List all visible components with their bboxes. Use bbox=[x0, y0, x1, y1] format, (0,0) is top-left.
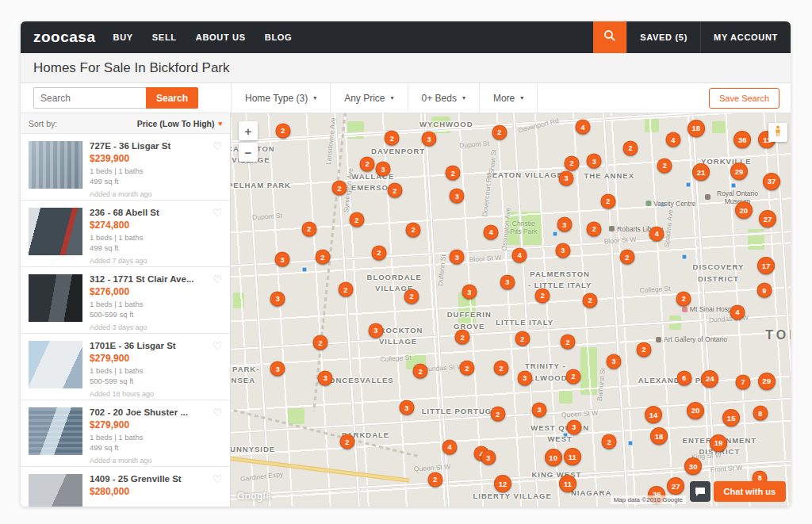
map-cluster-marker[interactable]: 2 bbox=[372, 245, 387, 260]
map[interactable]: + − Google Map data ©2016 Google Chat wi… bbox=[231, 113, 791, 507]
map-cluster-marker[interactable]: 24 bbox=[701, 370, 718, 388]
map-cluster-marker[interactable]: 2 bbox=[564, 155, 579, 170]
favorite-heart-icon[interactable]: ♡ bbox=[213, 341, 222, 351]
map-cluster-marker[interactable]: 37 bbox=[763, 173, 780, 190]
nav-search-button[interactable] bbox=[593, 21, 626, 53]
map-cluster-marker[interactable]: 20 bbox=[687, 402, 704, 419]
map-cluster-marker[interactable]: 3 bbox=[368, 323, 383, 338]
map-cluster-marker[interactable]: 2 bbox=[406, 222, 421, 237]
listing-card[interactable]: 236 - 68 Abell St ♡ $274,800 1 beds | 1 … bbox=[21, 201, 230, 267]
map-cluster-marker[interactable]: 2 bbox=[413, 364, 428, 379]
map-cluster-marker[interactable]: 21 bbox=[692, 163, 710, 181]
map-cluster-marker[interactable]: 2 bbox=[623, 140, 638, 155]
map-cluster-marker[interactable]: 2 bbox=[676, 291, 691, 306]
map-cluster-marker[interactable]: 15 bbox=[722, 409, 740, 426]
listing-card[interactable]: 1409 - 25 Grenville St ♡ $280,000 bbox=[21, 467, 230, 507]
map-cluster-marker[interactable]: 29 bbox=[730, 163, 748, 180]
map-cluster-marker[interactable]: 2 bbox=[566, 369, 581, 384]
map-cluster-marker[interactable]: 2 bbox=[275, 123, 290, 138]
map-cluster-marker[interactable]: 2 bbox=[459, 361, 474, 376]
map-cluster-marker[interactable]: 36 bbox=[733, 131, 751, 148]
filter-home-type[interactable]: Home Type (3) ▾ bbox=[231, 83, 330, 113]
map-cluster-marker[interactable]: 3 bbox=[558, 170, 573, 186]
map-cluster-marker[interactable]: 2 bbox=[535, 288, 550, 303]
map-cluster-marker[interactable]: 3 bbox=[462, 285, 477, 300]
map-cluster-marker[interactable]: 3 bbox=[376, 162, 391, 177]
map-cluster-marker[interactable]: 18 bbox=[688, 120, 705, 137]
map-cluster-marker[interactable]: 2 bbox=[602, 434, 617, 449]
map-cluster-marker[interactable]: 11 bbox=[564, 448, 581, 465]
map-cluster-marker[interactable]: 17 bbox=[757, 257, 775, 274]
map-cluster-marker[interactable]: 2 bbox=[315, 250, 330, 265]
map-cluster-marker[interactable]: 2 bbox=[301, 221, 316, 236]
map-cluster-marker[interactable]: 2 bbox=[587, 221, 602, 236]
map-cluster-marker[interactable]: 2 bbox=[338, 282, 353, 297]
map-cluster-marker[interactable]: 2 bbox=[427, 472, 442, 487]
nav-item-sell[interactable]: SELL bbox=[152, 33, 177, 42]
map-cluster-marker[interactable]: 2 bbox=[349, 212, 364, 228]
map-cluster-marker[interactable]: 4 bbox=[512, 247, 527, 262]
map-cluster-marker[interactable]: 3 bbox=[517, 370, 532, 385]
map-cluster-marker[interactable]: 4 bbox=[730, 304, 745, 319]
filter-beds[interactable]: 0+ Beds ▾ bbox=[408, 83, 479, 113]
map-cluster-marker[interactable]: 4 bbox=[665, 132, 680, 147]
map-cluster-marker[interactable]: 4 bbox=[576, 120, 591, 135]
chat-with-us-button[interactable]: Chat with us bbox=[714, 481, 786, 502]
favorite-heart-icon[interactable]: ♡ bbox=[213, 274, 222, 285]
favorite-heart-icon[interactable]: ♡ bbox=[213, 474, 222, 484]
map-cluster-marker[interactable]: 4 bbox=[649, 226, 665, 241]
map-cluster-marker[interactable]: 3 bbox=[270, 291, 285, 306]
map-cluster-marker[interactable]: 3 bbox=[557, 217, 572, 232]
nav-saved-button[interactable]: SAVED (5) bbox=[626, 21, 700, 53]
map-cluster-marker[interactable]: 3 bbox=[399, 400, 414, 415]
zoocasa-logo[interactable]: zoocasa bbox=[21, 29, 113, 46]
map-cluster-marker[interactable]: 27 bbox=[667, 477, 684, 495]
map-cluster-marker[interactable]: 3 bbox=[500, 274, 515, 289]
sort-value-dropdown[interactable]: Price (Low To High) ▾ bbox=[137, 119, 222, 128]
map-cluster-marker[interactable]: 2 bbox=[515, 331, 530, 346]
listing-card[interactable]: 727E - 36 Lisgar St ♡ $239,900 1 beds | … bbox=[21, 134, 230, 201]
map-cluster-marker[interactable]: 9 bbox=[756, 283, 772, 298]
pegman-control[interactable] bbox=[768, 123, 787, 142]
map-cluster-marker[interactable]: 8 bbox=[753, 406, 768, 421]
map-cluster-marker[interactable]: 10 bbox=[545, 449, 562, 466]
map-cluster-marker[interactable]: 19 bbox=[710, 434, 727, 452]
map-cluster-marker[interactable]: 2 bbox=[446, 166, 461, 181]
map-cluster-marker[interactable]: 2 bbox=[312, 335, 327, 350]
map-cluster-marker[interactable]: 6 bbox=[676, 370, 691, 385]
map-cluster-marker[interactable]: 2 bbox=[404, 289, 419, 304]
map-cluster-marker[interactable]: 2 bbox=[492, 124, 507, 140]
map-cluster-marker[interactable]: 2 bbox=[561, 335, 576, 350]
map-cluster-marker[interactable]: 4 bbox=[484, 224, 499, 239]
map-cluster-marker[interactable]: 2 bbox=[490, 407, 505, 422]
chat-bubble-icon[interactable] bbox=[690, 481, 710, 502]
map-cluster-marker[interactable]: 3 bbox=[606, 354, 621, 369]
map-cluster-marker[interactable]: 2 bbox=[657, 158, 672, 173]
map-cluster-marker[interactable]: 3 bbox=[450, 250, 465, 265]
map-cluster-marker[interactable]: 27 bbox=[759, 210, 776, 228]
map-cluster-marker[interactable]: 7 bbox=[735, 374, 750, 389]
listing-card[interactable]: 1701E - 36 Lisgar St ♡ $279,900 1 beds |… bbox=[21, 334, 230, 400]
map-cluster-marker[interactable]: 2 bbox=[360, 156, 375, 171]
map-cluster-marker[interactable]: 20 bbox=[735, 201, 753, 219]
map-cluster-marker[interactable]: 29 bbox=[758, 373, 776, 390]
listing-card[interactable]: 702 - 20 Joe Shuster ... ♡ $279,900 1 be… bbox=[21, 400, 230, 467]
map-cluster-marker[interactable]: 2 bbox=[619, 250, 634, 265]
filter-more[interactable]: More ▾ bbox=[479, 83, 538, 113]
map-cluster-marker[interactable]: 3 bbox=[532, 402, 547, 417]
map-cluster-marker[interactable]: 2 bbox=[331, 181, 347, 196]
map-cluster-marker[interactable]: 3 bbox=[481, 450, 496, 465]
map-cluster-marker[interactable]: 2 bbox=[493, 361, 508, 376]
map-cluster-marker[interactable]: 11 bbox=[559, 475, 576, 492]
map-cluster-marker[interactable]: 12 bbox=[494, 475, 511, 492]
search-input[interactable] bbox=[33, 87, 146, 109]
map-cluster-marker[interactable]: 18 bbox=[650, 427, 668, 445]
map-cluster-marker[interactable]: 3 bbox=[450, 189, 465, 204]
save-search-button[interactable]: Save Search bbox=[709, 88, 779, 109]
filter-price[interactable]: Any Price ▾ bbox=[330, 83, 407, 113]
nav-item-blog[interactable]: BLOG bbox=[265, 33, 293, 42]
map-cluster-marker[interactable]: 2 bbox=[339, 434, 354, 449]
map-cluster-marker[interactable]: 3 bbox=[555, 243, 570, 258]
map-cluster-marker[interactable]: 14 bbox=[645, 406, 662, 423]
favorite-heart-icon[interactable]: ♡ bbox=[213, 208, 222, 218]
